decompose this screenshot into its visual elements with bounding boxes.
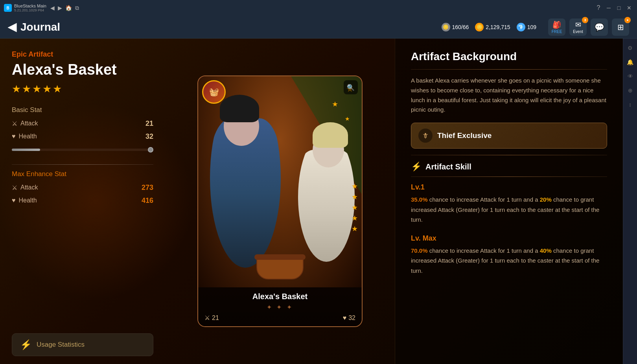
- artifact-background-title: Artifact Background: [411, 50, 607, 63]
- rail-btn-5[interactable]: ↕: [625, 99, 636, 110]
- card-footer: Alexa's Basket ✦ ✦ ✦ ⚔ 21 ♥ 32: [198, 287, 362, 326]
- tree-star-2: ★: [332, 100, 338, 108]
- max-attack-row: ⚔ Attack 273: [12, 184, 153, 192]
- exclusive-box: 🗡 Thief Exclusive: [411, 123, 607, 149]
- rail-btn-1[interactable]: ⚙: [625, 42, 636, 53]
- skill-lmax-pct2: 40%: [540, 247, 552, 254]
- header-nav: ◀ Journal 🪙 160/66 🪙 2,129,715 💎 109 🎒 F…: [0, 16, 637, 39]
- right-panel: Artifact Background A basket Alexa carri…: [395, 39, 623, 364]
- max-enhance-title: Max Enhance Stat: [12, 170, 153, 178]
- event-label: Event: [573, 29, 583, 34]
- enhancement-progress-bar: [12, 149, 153, 151]
- card-star-5: ★: [352, 224, 358, 233]
- card-star-2: ★: [352, 193, 358, 201]
- card-stars-row: ★ ★ ★ ★ ★: [352, 182, 358, 233]
- rail-btn-3[interactable]: 👁: [625, 71, 636, 82]
- basic-attack-value: 21: [145, 119, 153, 128]
- menu-badge: ●: [624, 17, 631, 23]
- max-health-row: ♥ Health 416: [12, 197, 153, 205]
- skill-lmax-text1: chance to increase Attack for 1 turn and…: [429, 247, 540, 254]
- skill-lightning-icon: ⚡: [411, 162, 422, 172]
- skill-level-1-block: Lv.1 35.0% chance to increase Attack for…: [411, 183, 607, 225]
- crystal-value: 109: [527, 24, 536, 30]
- center-panel: ★ ★ ★ ★ 🔍: [165, 39, 395, 364]
- right-divider-3: [411, 176, 607, 177]
- skill-level-max-desc: 70.0% chance to increase Attack for 1 tu…: [411, 246, 607, 276]
- rail-btn-4[interactable]: ⊕: [625, 85, 636, 96]
- header-resources: 🪙 160/66 🪙 2,129,715 💎 109: [442, 23, 536, 31]
- max-attack-icon: ⚔: [12, 184, 17, 191]
- rail-btn-2[interactable]: 🔔: [625, 57, 636, 68]
- basic-attack-row: ⚔ Attack 21: [12, 119, 153, 128]
- card-footer-stats: ⚔ 21 ♥ 32: [204, 314, 355, 322]
- nav-back-icon[interactable]: ◀: [50, 5, 55, 11]
- minimize-btn[interactable]: ─: [605, 4, 613, 12]
- basic-attack-label: ⚔ Attack: [12, 120, 38, 127]
- card-attack-value: 21: [212, 314, 219, 322]
- card-thumbnail: 🧺: [202, 80, 226, 104]
- backpack-button[interactable]: 🎒 FREE: [548, 18, 565, 36]
- bluestacks-logo-icon: B: [4, 4, 12, 12]
- progress-fill: [12, 149, 40, 151]
- usage-statistics-button[interactable]: ⚡ Usage Statistics: [12, 333, 153, 356]
- card-star-1: ★: [352, 182, 358, 191]
- max-attack-label: ⚔ Attack: [12, 184, 38, 191]
- card-health-value: 32: [348, 314, 355, 322]
- card-footer-deco: ✦ ✦ ✦: [204, 303, 355, 311]
- close-btn[interactable]: ✕: [625, 4, 633, 12]
- gold-value: 2,129,715: [486, 24, 510, 30]
- maximize-btn[interactable]: □: [615, 4, 623, 12]
- skill-level-1-desc: 35.0% chance to increase Attack for 1 tu…: [411, 195, 607, 225]
- basic-stat-title: Basic Stat: [12, 106, 153, 114]
- char1-hair: [220, 95, 259, 122]
- star-3: ★: [32, 83, 41, 95]
- crystal-resource: 💎 109: [517, 23, 536, 31]
- left-panel: Epic Artifact Alexa's Basket ★ ★ ★ ★ ★ B…: [0, 39, 165, 364]
- page-title: Journal: [20, 21, 60, 33]
- usage-icon: ⚡: [20, 339, 32, 350]
- card-star-3: ★: [352, 203, 358, 212]
- app-name-text: BlueStacks Main 5.21.201.1029 P64: [14, 4, 46, 12]
- skill-title: Artifact Skill: [425, 162, 471, 171]
- silver-value: 160/66: [452, 24, 469, 30]
- free-label: FREE: [552, 29, 562, 34]
- nav-forward-icon[interactable]: ▶: [58, 5, 62, 11]
- skill-l1-pct1: 35.0%: [411, 196, 428, 203]
- gold-icon: 🪙: [475, 23, 484, 31]
- event-button[interactable]: ✉ Event 3: [569, 18, 587, 36]
- title-bar-nav: ◀ ▶ 🏠 ⧉: [50, 5, 79, 11]
- skill-lmax-pct1: 70.0%: [411, 247, 428, 254]
- card-health-stat: ♥ 32: [343, 314, 355, 322]
- artifact-stars: ★ ★ ★ ★ ★: [12, 83, 153, 95]
- thief-icon: 🗡: [418, 129, 433, 143]
- card-footer-name: Alexa's Basket: [204, 292, 355, 301]
- max-health-icon: ♥: [12, 197, 16, 204]
- help-icon[interactable]: ?: [595, 4, 602, 12]
- skill-level-max-label: Lv. Max: [411, 234, 607, 243]
- card-heart-icon: ♥: [343, 314, 347, 322]
- tree-star-3: ★: [345, 116, 350, 122]
- header-actions: 🎒 FREE ✉ Event 3 💬 ⊞ ●: [548, 18, 629, 36]
- skill-level-max-block: Lv. Max 70.0% chance to increase Attack …: [411, 234, 607, 276]
- card-attack-stat: ⚔ 21: [204, 314, 219, 322]
- side-rail: ⚙ 🔔 👁 ⊕ ↕: [623, 39, 637, 364]
- menu-button[interactable]: ⊞ ●: [612, 18, 629, 36]
- star-1: ★: [12, 83, 21, 95]
- event-badge: 3: [582, 17, 588, 23]
- artifact-card: ★ ★ ★ ★ 🔍: [197, 75, 363, 327]
- divider-1: [12, 164, 153, 165]
- back-button[interactable]: ◀ Journal: [8, 20, 60, 33]
- app-logo: B BlueStacks Main 5.21.201.1029 P64: [4, 4, 46, 12]
- artifact-type: Epic Artifact: [12, 50, 153, 59]
- nav-copy-icon[interactable]: ⧉: [75, 5, 79, 11]
- basic-health-label: ♥ Health: [12, 133, 37, 140]
- artifact-description: A basket Alexa carries whenever she goes…: [411, 76, 607, 115]
- nav-home-icon[interactable]: 🏠: [65, 5, 72, 11]
- artifact-name: Alexa's Basket: [12, 62, 153, 78]
- title-bar: B BlueStacks Main 5.21.201.1029 P64 ◀ ▶ …: [0, 0, 637, 16]
- silver-resource: 🪙 160/66: [442, 23, 469, 31]
- card-zoom-button[interactable]: 🔍: [344, 80, 358, 94]
- chat-button[interactable]: 💬: [591, 18, 608, 36]
- skill-level-1-label: Lv.1: [411, 183, 607, 191]
- basic-health-row: ♥ Health 32: [12, 132, 153, 141]
